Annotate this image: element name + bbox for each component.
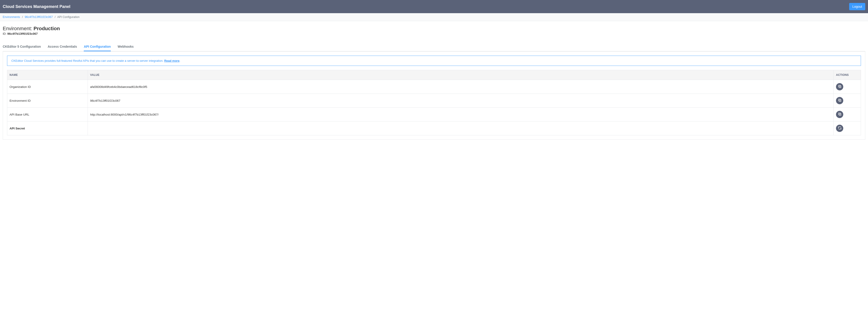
row-actions [834,80,861,94]
tabs: CKEditor 5 Configuration Access Credenti… [3,42,865,51]
env-name: Production [34,26,60,31]
breadcrumb-current: API Configuration [57,15,80,19]
env-id-prefix: ID: [3,32,7,35]
table-row: Organization ID afa56008d49fceb4c0bdaece… [7,80,861,94]
row-actions [834,122,861,135]
col-name: NAME [7,70,88,80]
main-content: Environment: Production ID: 96c4f7b13ff0… [0,21,868,144]
info-banner-text: CKEditor Cloud Services provides full-fe… [11,59,164,62]
row-value: afa56008d49fceb4c0bdaecead618cf8c0f5 [88,80,834,94]
tab-ckeditor5-config[interactable]: CKEditor 5 Configuration [3,42,41,51]
copy-icon [838,85,842,89]
env-id-value: 96c4f7b13ff01f23c067 [7,32,38,35]
tab-api-configuration[interactable]: API Configuration [84,42,111,51]
info-banner-suffix: . [180,59,181,62]
row-value [88,122,834,135]
env-id-line: ID: 96c4f7b13ff01f23c067 [3,32,865,35]
copy-button[interactable] [836,83,843,90]
copy-button[interactable] [836,97,843,104]
copy-icon [838,98,842,103]
breadcrumb-separator: / [55,15,55,19]
tab-access-credentials[interactable]: Access Credentials [48,42,77,51]
logout-button[interactable]: Logout [849,3,865,10]
table-row: Environment ID 96c4f7b13ff01f23c067 [7,94,861,107]
copy-button[interactable] [836,111,843,118]
row-name: API Secret [7,122,88,135]
tab-content: CKEditor Cloud Services provides full-fe… [3,51,865,139]
table-row: API Base URL http://localhost:8000/api/v… [7,107,861,122]
breadcrumb: Environments / 96c4f7b13ff01f23c067 / AP… [0,13,868,21]
tab-webhooks[interactable]: Webhooks [118,42,134,51]
read-more-link[interactable]: Read more [164,59,179,62]
svg-rect-3 [839,100,841,102]
breadcrumb-environments[interactable]: Environments [3,15,20,19]
table-row: API Secret [7,122,861,135]
col-value: VALUE [88,70,834,80]
api-config-table: NAME VALUE ACTIONS Organization ID afa56… [7,70,861,135]
row-name: Environment ID [7,94,88,107]
row-actions [834,107,861,122]
page-title: Environment: Production [3,26,865,32]
top-header: Cloud Services Management Panel Logout [0,0,868,13]
svg-rect-0 [839,86,841,88]
row-name: Organization ID [7,80,88,94]
row-name: API Base URL [7,107,88,122]
row-actions [834,94,861,107]
copy-icon [838,112,842,117]
svg-rect-6 [839,114,841,116]
info-banner: CKEditor Cloud Services provides full-fe… [7,56,861,66]
refresh-icon [838,126,842,131]
breadcrumb-env-id[interactable]: 96c4f7b13ff01f23c067 [25,15,53,19]
row-value: 96c4f7b13ff01f23c067 [88,94,834,107]
app-title: Cloud Services Management Panel [3,4,70,9]
row-value: http://localhost:8000/api/v1/96c4f7b13ff… [88,107,834,122]
refresh-button[interactable] [836,125,843,132]
env-prefix: Environment: [3,26,34,31]
col-actions: ACTIONS [834,70,861,80]
breadcrumb-separator: / [22,15,23,19]
